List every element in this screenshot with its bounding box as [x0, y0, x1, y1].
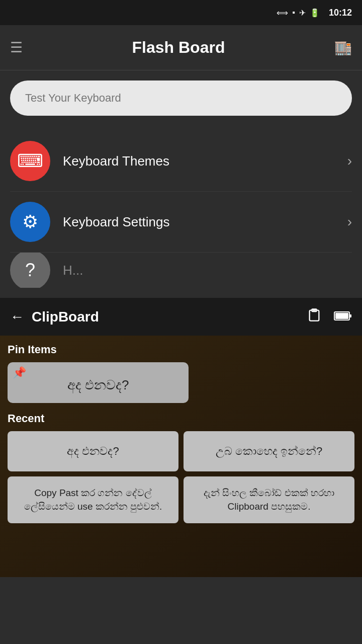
clipboard-header: ← ClipBoard: [0, 298, 362, 336]
keyboard-settings-icon-circle: ⚙: [10, 202, 50, 242]
svg-rect-4: [349, 314, 351, 317]
gear-icon: ⚙: [22, 211, 38, 232]
app-bar: ☰ Flash Board 🏬: [0, 25, 362, 70]
battery-icon: 🔋: [310, 8, 320, 18]
help-center-item[interactable]: ? H...: [10, 253, 352, 288]
clipboard-panel: ← ClipBoard Pin Items 📌: [0, 298, 362, 577]
keyboard-themes-icon-circle: ⌨: [10, 141, 50, 181]
recent-label: Recent: [8, 412, 354, 425]
app-title: Flash Board: [132, 38, 225, 57]
airplane-icon: ✈: [299, 8, 306, 18]
pin-icon: 📌: [13, 366, 26, 379]
chevron-right-icon: ›: [347, 153, 352, 169]
status-icons: ⟺ ▪ ✈ 🔋 10:12: [277, 8, 352, 18]
connectivity-icon: ⟺: [277, 8, 288, 18]
keyboard-settings-label: Keyboard Settings: [63, 214, 347, 230]
pin-card[interactable]: 📌 අද එනවද?: [8, 362, 189, 403]
recent-grid: අද එනවද? උබ කොහෙද ඉන්නේ? Copy Past කර ගන…: [8, 431, 354, 523]
keyboard-settings-item[interactable]: ⚙ Keyboard Settings ›: [10, 192, 352, 253]
clipboard-title: ClipBoard: [32, 309, 300, 325]
help-icon-circle: ?: [10, 253, 50, 288]
status-bar: ⟺ ▪ ✈ 🔋 10:12: [0, 0, 362, 25]
recent-item-3[interactable]: දැන් සිංහල කීබෝඩ් එකක් හරහා Clipboard පහ…: [184, 476, 354, 523]
recent-item-0[interactable]: අද එනවද?: [8, 431, 178, 471]
recent-item-1[interactable]: උබ කොහෙද ඉන්නේ?: [184, 431, 354, 471]
keyboard-test-input[interactable]: [10, 80, 352, 116]
back-button[interactable]: ←: [10, 309, 24, 325]
keyboard-themes-label: Keyboard Themes: [63, 153, 347, 169]
help-icon: ?: [25, 260, 35, 281]
svg-rect-3: [335, 313, 348, 319]
clipboard-content: Pin Items 📌 අද එනවද? Recent අද එනවද? උබ …: [8, 343, 354, 523]
main-content: ⌨ Keyboard Themes › ⚙ Keyboard Settings …: [0, 70, 362, 298]
search-container: [10, 80, 352, 116]
recent-item-2[interactable]: Copy Past කර ගන්න දේවල් ලේසියෙන්ම use කර…: [8, 476, 178, 523]
clipboard-icon[interactable]: [307, 308, 321, 326]
chevron-right-icon-2: ›: [347, 214, 352, 230]
hamburger-icon[interactable]: ☰: [10, 39, 23, 56]
keyboard-icon: ⌨: [17, 150, 43, 172]
help-center-label-partial: H...: [63, 263, 352, 278]
sim-icon: ▪: [292, 8, 295, 17]
clipboard-body: Pin Items 📌 අද එනවද? Recent අද එනවද? උබ …: [0, 336, 362, 577]
pin-items-label: Pin Items: [8, 343, 354, 356]
store-icon[interactable]: 🏬: [334, 39, 352, 56]
keyboard-themes-item[interactable]: ⌨ Keyboard Themes ›: [10, 131, 352, 192]
battery-full-icon[interactable]: [334, 309, 352, 325]
pin-card-text: අද එනවද?: [18, 372, 178, 393]
status-time: 10:12: [329, 8, 352, 18]
